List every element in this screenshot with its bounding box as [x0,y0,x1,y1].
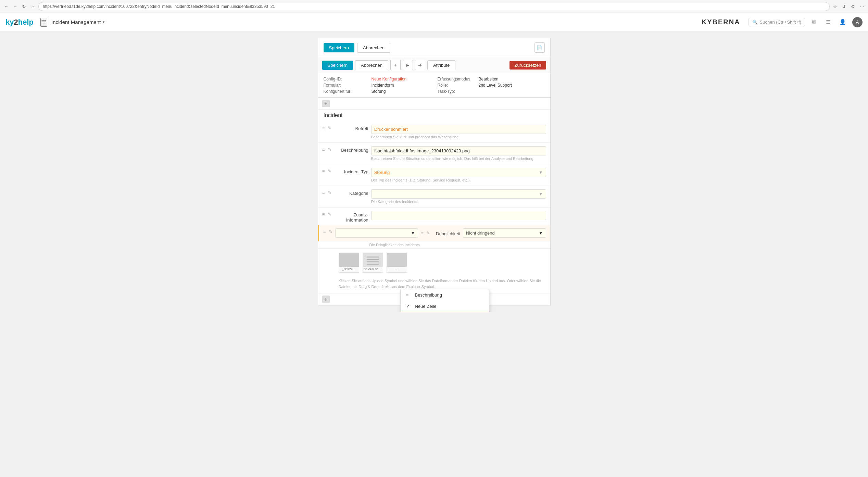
formular-label: Formular: [324,83,372,88]
brand-logo: KYBERNA [702,18,740,26]
top-save-button[interactable]: Speichern [324,43,355,52]
module-chevron: ▾ [103,20,105,24]
beschreibung-content: Beschreiben Sie die Situation so detaill… [371,146,546,161]
page-content: Speichern Abbrechen 📄 Speichern Abbreche… [0,31,868,312]
dropdown-menu: ≡ Beschreibung ✓ Neue Zeile ★ Pflichtfel… [400,289,489,312]
drag-handle-zusatz[interactable]: ≡ [322,212,325,217]
edit-icon-zusatz[interactable]: ✎ [328,212,331,217]
add-section-button[interactable]: + [322,100,330,107]
dropdown-item-beschreibung[interactable]: ≡ Beschreibung [401,289,489,301]
thumb-img-3 [387,253,407,267]
list-icon: ≡ [406,292,412,298]
betreff-content: Beschreiben Sie kurz und prägnant das We… [371,125,546,139]
kategorie-hint: Die Kategorie des Incidents. [371,200,546,204]
beschreibung-field: ≡ ✎ Beschreibung Beschreiben Sie die Sit… [318,143,550,164]
edit-icon-beschreibung[interactable]: ✎ [328,147,331,152]
incident-typ-field: ≡ ✎ Incident-Typ Störung ▼ Der Typ des I… [318,164,550,186]
chevron-down-icon: ▼ [539,170,543,175]
dropdown-item-neue-zeile[interactable]: ✓ Neue Zeile [401,301,489,312]
drag-handle-kategorie[interactable]: ≡ [322,190,325,196]
app-header: ky2help ☰ Incident Management ▾ KYBERNA … [0,13,868,31]
config-info: Config-ID: Neue Konfiguration Erfassungs… [318,73,550,98]
browser-actions: ☆ ⇓ ⚙ ⋯ [832,3,865,10]
thumb-label-2: Drucker schmiert.jpg [363,267,383,272]
dropdown-item-pflichtfeld[interactable]: ★ Pflichtfeld [401,312,489,312]
tasktyp-value [479,89,545,94]
betreff-input[interactable] [371,125,546,134]
dropdown-beschreibung-label: Beschreibung [415,292,442,298]
back-button[interactable]: ← [3,3,10,10]
hamburger-button[interactable]: ☰ [40,18,47,27]
attachment-thumbnails: _30924... Drucker schmiert.jpg ... [339,252,407,273]
top-cancel-button[interactable]: Abbrechen [357,43,390,53]
kategorie-select[interactable]: ▼ [371,189,546,199]
add-button[interactable]: + [390,60,401,70]
edit-icon-kategorie[interactable]: ✎ [328,190,331,195]
betreff-field: ≡ ✎ Betreff Beschreiben Sie kurz und prä… [318,121,550,143]
main-panel: Speichern Abbrechen 📄 Speichern Abbreche… [318,38,551,305]
attachment-field: _30924... Drucker schmiert.jpg ... [318,249,550,293]
edit-icon[interactable]: ✎ [328,125,331,130]
top-action-bar: Speichern Abbrechen 📄 [318,38,550,57]
thumb-2[interactable]: Drucker schmiert.jpg [363,252,383,273]
edit-icon-typ[interactable]: ✎ [328,168,331,174]
incident-typ-value: Störung [374,170,390,175]
more-button[interactable]: ⋯ [858,3,865,10]
document-icon-button[interactable]: 📄 [534,42,545,53]
inner-save-button[interactable]: Speichern [322,61,353,70]
attribute-button[interactable]: Attribute [427,60,455,70]
download-button[interactable]: ⇓ [841,3,847,10]
arrow-right-button[interactable]: ► [403,60,413,70]
url-bar[interactable] [38,2,830,11]
dringlichkeit-field: ≡ ✎ ▼ ≡ ✎ Dringlichkeit Nicht dringend ▼ [318,225,550,241]
dringlichkeit-label: Dringlichkeit [433,230,460,236]
notifications-button[interactable]: ✉ [809,17,819,27]
bottom-add-button[interactable]: + [322,296,330,303]
config-id-value: Neue Konfiguration [372,77,438,81]
attachment-hint: Klicken Sie auf das Upload Symbol und wä… [339,278,546,289]
forward-button[interactable]: → [12,3,18,10]
refresh-button[interactable]: ↻ [21,3,27,10]
extensions-button[interactable]: ⚙ [850,3,856,10]
erfassungsmodus-label: Erfassungsmodus [438,77,479,81]
thumb-img-2 [363,253,383,267]
dringlichkeit-select[interactable]: Nicht dringend ▼ [463,228,546,238]
konfiguriert-value: Störung [372,89,438,94]
search-bar[interactable]: 🔍 Suchen (Ctrl+Shift+f) [749,18,805,26]
apps-button[interactable]: 👤 [838,17,847,27]
beschreibung-input[interactable] [371,146,546,155]
module-title: Incident Management ▾ [51,19,105,25]
drag-handle-typ[interactable]: ≡ [322,168,325,174]
thumb-1[interactable]: _30924... [339,252,359,273]
check-icon: ✓ [406,304,412,309]
bookmark-button[interactable]: ☆ [832,3,839,10]
betreff-label: Betreff [334,125,368,131]
drag-handle-dr[interactable]: ≡ [323,229,326,235]
betreff-hint: Beschreiben Sie kurz und prägnant das We… [371,135,546,139]
kategorie-field: ≡ ✎ Kategorie ▼ Die Kategorie des Incide… [318,186,550,208]
drag-handle[interactable]: ≡ [322,125,325,131]
chevron-icon-before: ▼ [411,230,415,236]
erfassungsmodus-value: Bearbeiten [479,77,545,81]
beschreibung-hint: Beschreiben Sie die Situation so detaill… [371,156,546,161]
before-dr-select[interactable]: ▼ [335,228,418,238]
kategorie-label: Kategorie [334,189,368,196]
konfiguriert-label: Konfiguriert für: [324,89,372,94]
menu-button[interactable]: ☰ [823,17,833,27]
reset-button[interactable]: Zurücksetzen [510,61,546,70]
formular-value: Incidentform [372,83,438,88]
grid-icon: ≡ [421,230,424,236]
config-id-label: Config-ID: [324,77,372,81]
arrow-in-button[interactable]: ➔ [415,60,425,70]
home-button[interactable]: ⌂ [29,3,36,10]
zusatz-field: ≡ ✎ Zusatz- Information [318,208,550,225]
thumb-3[interactable]: ... [387,252,407,273]
inner-cancel-button[interactable]: Abbrechen [355,60,388,70]
edit-icon-dr[interactable]: ✎ [329,229,332,234]
avatar[interactable]: A [852,17,863,27]
rolle-value: 2nd Level Support [479,83,545,88]
zusatz-input[interactable] [371,211,546,220]
dringlichkeit-hint: Die Dringlichkeit des Incidents. [318,241,550,249]
incident-typ-select[interactable]: Störung ▼ [371,168,546,177]
drag-handle-beschreibung[interactable]: ≡ [322,147,325,152]
